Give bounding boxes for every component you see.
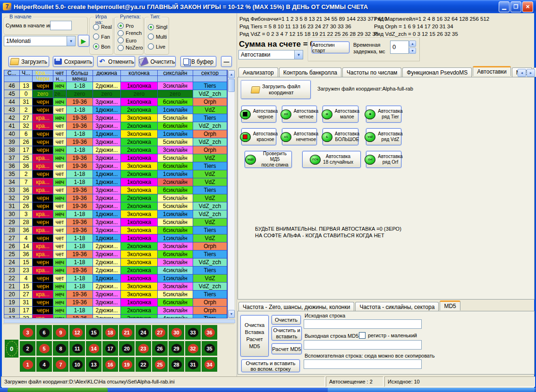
- table-row[interactable]: 2415черннеч1-182дюжи...3колонка3сиклайнV…: [4, 259, 227, 267]
- table-row[interactable]: 3817черннеч1-182дюжи...2колонка3сиклайнO…: [4, 146, 227, 154]
- radio-option-bon[interactable]: Bon: [93, 43, 112, 50]
- scroll-up-icon[interactable]: ▲: [228, 70, 235, 78]
- table-row[interactable]: 303кра...неч1-181дюжи...3колонка1сиклайн…: [4, 210, 227, 218]
- clear-paste-button[interactable]: Очистить и вставить: [272, 326, 302, 341]
- autobet-button-автоставка-нечетное[interactable]: 1/1Автоставка нечетное: [282, 128, 317, 145]
- table-horizontal-scrollbar[interactable]: [4, 319, 235, 323]
- tab-функционал-psevdoms[interactable]: Функционал PsevdoMS: [402, 67, 472, 77]
- board-cell-7[interactable]: 7: [53, 357, 68, 372]
- md5-big-button[interactable]: Очистка Вставка Расчет MD5: [240, 315, 269, 357]
- clear-paste-aux-button[interactable]: Очистить и вставить во вспом. строку: [241, 359, 300, 372]
- toolbar-button-open-folder[interactable]: Загрузить: [9, 56, 49, 67]
- board-cell-1[interactable]: 1: [20, 357, 35, 372]
- radio-option-multi[interactable]: Multi: [148, 33, 168, 40]
- table-row[interactable]: 2836кра...чет19-363дюжи...3колонка6сикла…: [4, 226, 227, 234]
- toolbar-button-copy[interactable]: В буфер: [180, 56, 216, 67]
- taskbar-window-button[interactable]: [328, 388, 535, 392]
- table-row[interactable]: 3636кра...чет19-363дюжи...3колонка6сикла…: [4, 162, 227, 170]
- start-button[interactable]: [8, 388, 108, 392]
- board-cell-14[interactable]: 14: [86, 341, 102, 356]
- board-cell-21[interactable]: 21: [119, 325, 135, 340]
- scroll-down-icon[interactable]: ▼: [228, 310, 235, 318]
- table-row[interactable]: 3725кра...неч19-363дюжи...1колонка5сикла…: [4, 154, 227, 162]
- aux-string-input[interactable]: [304, 359, 422, 369]
- autobet-button-проверить-мд5-после-спина[interactable]: МД5Проверить МД5 после спина: [245, 151, 292, 168]
- board-cell-8[interactable]: 8: [53, 341, 68, 356]
- board-cell-17[interactable]: 17: [102, 341, 118, 356]
- out-string-input[interactable]: [304, 340, 422, 350]
- close-button[interactable]: ✕: [522, 1, 533, 12]
- board-cell-2[interactable]: 2: [20, 341, 35, 356]
- tab-scroll-right-icon[interactable]: ►: [527, 69, 535, 77]
- maximize-button[interactable]: ❒: [510, 1, 521, 12]
- board-cell-3[interactable]: 3: [20, 325, 35, 340]
- board-cell-36[interactable]: 36: [202, 325, 217, 340]
- source-string-input[interactable]: [304, 319, 422, 329]
- autobet-button-автоставка-ряд-tier[interactable]: ✱Автоставка ряд Tier: [366, 106, 401, 123]
- table-row[interactable]: 406чернчет1-181дюжи...3колонка1сиклайнOr…: [4, 130, 227, 138]
- board-cell-22[interactable]: 22: [136, 357, 151, 372]
- tab-md5[interactable]: MD5: [440, 300, 460, 310]
- table-row[interactable]: 3229черннеч19-363дюжи...2колонка5сиклайн…: [4, 194, 227, 202]
- clear-button[interactable]: Очистить: [272, 315, 301, 325]
- board-cell-27[interactable]: 27: [152, 325, 168, 340]
- spinner-down-icon[interactable]: ▼: [409, 48, 416, 54]
- table-row[interactable]: 352чернчет1-181дюжи...2колонка1сиклайнVd…: [4, 170, 227, 178]
- table-row[interactable]: 2928чернчет19-363дюжи...1колонка5сиклайн…: [4, 218, 227, 226]
- spinner-up-icon[interactable]: ▲: [409, 41, 416, 47]
- board-cell-28[interactable]: 28: [169, 357, 184, 372]
- table-vertical-scrollbar[interactable]: ▲ ▼: [228, 70, 235, 318]
- table-row[interactable]: 450zeroze...zerozerozerozeroVdZ_zch: [4, 90, 227, 98]
- table-row[interactable]: 3336кра...чет19-363дюжи...3колонка6сикла…: [4, 186, 227, 194]
- table-row[interactable]: 3126чернчет19-363дюжи...2колонка5сиклайн…: [4, 202, 227, 210]
- board-cell-0[interactable]: 0: [5, 340, 18, 358]
- board-cell-11[interactable]: 11: [69, 341, 85, 356]
- table-row[interactable]: 4431черннеч19-363дюжи...1колонка6сиклайн…: [4, 98, 227, 106]
- toolbar-button-save-disk[interactable]: Сохранить: [53, 56, 94, 67]
- table-row[interactable]: 274чернчет1-181дюжи...1колонка1сиклайнVd…: [4, 234, 227, 242]
- table-row[interactable]: 4132кра...чет19-363дюжи...2колонка6сикла…: [4, 122, 227, 130]
- board-cell-29[interactable]: 29: [169, 341, 184, 356]
- table-row[interactable]: 432чернчет1-181дюжи...2колонка1сиклайнVd…: [4, 106, 227, 114]
- table-row[interactable]: 4613черннеч1-182дюжи...1колонка3сиклайнT…: [4, 82, 227, 90]
- table-row[interactable]: 2614кра...чет1-182дюжи...2колонка3сиклай…: [4, 242, 227, 250]
- board-cell-10[interactable]: 10: [69, 357, 85, 372]
- tab-анализатор[interactable]: Анализатор: [238, 67, 278, 77]
- board-cell-15[interactable]: 15: [86, 325, 102, 340]
- load-coords-button[interactable]: Загрузить файл координат: [241, 80, 311, 99]
- board-cell-35[interactable]: 35: [202, 341, 217, 356]
- autobet-button-автоставка-красное[interactable]: Автоставка красное: [241, 128, 276, 145]
- table-row[interactable]: 2115черннеч1-182дюжи...3колонка3сиклайнV…: [4, 283, 227, 291]
- board-cell-32[interactable]: 32: [185, 341, 201, 356]
- table-row[interactable]: 3926чернчет19-363дюжи...2колонка5сиклайн…: [4, 138, 227, 146]
- board-cell-26[interactable]: 26: [152, 341, 168, 356]
- scrollbar-thumb[interactable]: [228, 79, 235, 92]
- tab-частоты-по-числам[interactable]: Частоты по числам: [342, 67, 401, 77]
- tab-частота-zero-шансы-дюжины-колонки[interactable]: Частота - Zero, шансы, дюжины, колонки: [238, 302, 354, 311]
- tab-автоставки[interactable]: Автоставки: [473, 66, 511, 76]
- chevron-down-icon[interactable]: ▼: [67, 36, 75, 46]
- tab-частота-сиклайны-сектора[interactable]: Частота - сиклайны, сектора: [355, 302, 439, 311]
- table-row[interactable]: 1817черннеч1-182дюжи...2колонка3сиклайнO…: [4, 307, 227, 315]
- board-cell-12[interactable]: 12: [69, 325, 85, 340]
- register-checkbox[interactable]: [359, 332, 366, 339]
- table-row[interactable]: 1931черннеч19-363дюжи...1колонка6сиклайн…: [4, 299, 227, 307]
- table-row[interactable]: 347кра...неч1-181дюжи...1колонка2сиклайн…: [4, 178, 227, 186]
- board-cell-9[interactable]: 9: [53, 325, 68, 340]
- table-row[interactable]: 2323кра...неч19-362дюжи...2колонка4сикла…: [4, 267, 227, 275]
- board-cell-4[interactable]: 4: [36, 357, 52, 372]
- play-button[interactable]: ▶: [78, 35, 89, 47]
- collapse-button[interactable]: —: [221, 56, 232, 67]
- autobet-button-автоставка-черное[interactable]: Автоставка черное: [241, 106, 276, 123]
- radio-option-singl[interactable]: Singl: [148, 24, 168, 30]
- table-row[interactable]: 2536кра...чет19-363дюжи...3колонка6сикла…: [4, 250, 227, 259]
- board-cell-18[interactable]: 18: [102, 325, 118, 340]
- radio-option-real[interactable]: Real: [93, 24, 112, 30]
- board-cell-33[interactable]: 33: [185, 325, 201, 340]
- board-cell-24[interactable]: 24: [136, 325, 151, 340]
- board-cell-16[interactable]: 16: [102, 357, 118, 372]
- board-cell-31[interactable]: 31: [185, 357, 201, 372]
- start-sum-input[interactable]: [50, 21, 72, 30]
- chevron-down-icon[interactable]: ▼: [294, 50, 303, 59]
- autobet-button-автоставка-18-случайных[interactable]: ГСЧАвтоставка 18 случайных: [302, 151, 361, 168]
